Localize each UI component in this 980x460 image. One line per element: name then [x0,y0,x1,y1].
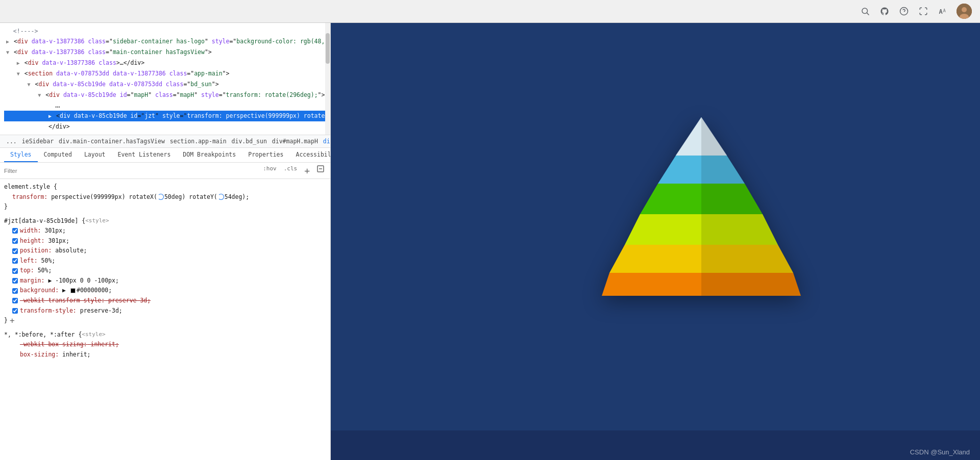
tab-layout[interactable]: Layout [78,148,112,162]
val-width: 301px; [41,226,66,236]
checkbox-top[interactable] [12,268,18,274]
html-line[interactable]: ▶ <div data-v-13877386 class>…</div> [4,58,326,68]
tab-dom-breakpoints[interactable]: DOM Breakpoints [177,148,242,162]
website-area: CSDN @Sun_Xland [331,23,980,460]
svg-point-7 [962,7,967,12]
tab-computed[interactable]: Computed [38,148,78,162]
prop-position[interactable]: position: [20,246,52,256]
checkbox-background[interactable] [12,288,18,294]
search-icon[interactable] [860,6,871,17]
avatar[interactable] [957,4,972,19]
prop-margin[interactable]: margin: [20,276,44,286]
css-rule-jzt: #jzt[data-v-85cb19de] { <style> width: 3… [0,215,330,327]
html-line[interactable]: ▼ <div data-v-85cb19de data-v-078753dd c… [4,79,326,90]
css-prop-position: position: absolute; [4,246,326,256]
tab-styles[interactable]: Styles [4,148,38,162]
add-property-button[interactable]: + [8,316,17,325]
val-webkit-box: inherit; [87,340,119,350]
checkbox-height[interactable] [12,238,18,244]
expand-icon[interactable] [918,6,929,17]
css-selector-jzt: #jzt[data-v-85cb19de] { [4,216,85,226]
prop-webkit-transform[interactable]: -webkit-transform-style: [20,296,105,306]
val-webkit-transform: preserve-3d; [105,296,151,306]
comment-text: <!----> [6,28,38,35]
tab-properties[interactable]: Properties [242,148,289,162]
tabs-bar: Styles Computed Layout Event Listeners D… [0,148,330,163]
breadcrumb-item[interactable]: div.bd_sun [230,137,269,145]
rotate-x-circle[interactable] [158,194,164,200]
add-rule-button[interactable]: + [302,165,312,176]
css-prop-webkit-box: -webkit-box-sizing: inherit; [4,340,326,350]
breadcrumb-item[interactable]: section.app-main [168,137,229,145]
breadcrumb-item[interactable]: div.main-container.hasTagsView [57,137,167,145]
breadcrumb-item[interactable]: ... [4,137,19,145]
bottom-bar: CSDN @Sun_Xland [331,430,980,460]
scrollbar-track[interactable] [325,23,330,135]
tab-accessibility[interactable]: Accessibility [289,148,331,162]
prop-box-sizing[interactable]: box-sizing: [20,350,59,360]
css-prop-transform[interactable]: transform: [12,192,47,202]
cls-button[interactable]: .cls [282,165,300,176]
color-swatch[interactable] [70,288,76,293]
rotate-y-circle[interactable] [218,194,224,200]
filter-input[interactable] [4,168,259,174]
scrollbar-thumb[interactable] [326,33,330,64]
source-tag-style[interactable]: <style> [85,216,109,226]
prop-top[interactable]: top: [20,266,34,276]
triangle-icon[interactable]: ▶ [48,113,52,119]
html-line[interactable]: ▼ <div data-v-13877386 class="main-conta… [4,47,326,58]
filter-bar: :hov .cls + [0,163,330,179]
html-tree-scroll: <!----> ▶ <div data-v-13877386 class="si… [0,25,330,133]
prop-transform-style[interactable]: transform-style: [20,306,77,316]
breadcrumb-jzt[interactable]: div#jzt [321,137,330,145]
checkbox-transform-style[interactable] [12,308,18,314]
font-size-icon[interactable]: AA [937,6,948,17]
breadcrumb-item[interactable]: div#mapH.mapH [270,137,320,145]
github-icon[interactable] [879,6,890,17]
checkbox-position[interactable] [12,248,18,254]
collapse-button[interactable] [315,165,326,176]
css-rule-element-style: element.style { transform: perspective(9… [0,181,330,213]
prop-width[interactable]: width: [20,226,41,236]
main-layout: <!----> ▶ <div data-v-13877386 class="si… [0,23,980,460]
prop-webkit-box[interactable]: -webkit-box-sizing: [20,340,87,350]
help-icon[interactable] [898,6,910,17]
html-line[interactable]: ▼ <div data-v-85cb19de id="mapH" class="… [4,90,326,100]
checkbox-width[interactable] [12,228,18,234]
val-height: 301px; [44,236,69,246]
hov-button[interactable]: :hov [261,165,279,176]
triangle-icon[interactable]: ▶ [6,39,9,44]
css-prop-transform-style: transform-style: preserve-3d; [4,306,326,316]
val-position: absolute; [52,246,87,256]
checkbox-margin[interactable] [12,278,18,284]
css-close-brace-2: } + [4,316,326,326]
prop-left[interactable]: left: [20,256,38,266]
triangle-down-icon[interactable]: ▼ [6,49,9,55]
svg-text:A: A [939,8,943,15]
triangle-down-icon[interactable]: ▼ [17,71,20,76]
svg-text:A: A [943,8,946,13]
css-property-line: transform: perspective(999999px) rotateX… [4,192,326,202]
pyramid-layers [602,117,801,296]
html-line[interactable]: ▶ <div data-v-13877386 class="sidebar-co… [4,36,326,47]
html-line[interactable]: ▼ <section data-v-078753dd data-v-138773… [4,68,326,79]
val-background: ▶ #00000000; [59,286,112,296]
val-margin: ▶ -100px 0 0 -100px; [44,276,118,286]
checkbox-left[interactable] [12,258,18,264]
css-val-transform: perspective(999999px) rotateX(50deg) rot… [47,192,249,202]
checkbox-webkit-transform[interactable] [12,298,18,303]
css-prop-width: width: 301px; [4,226,326,236]
triangle-down-icon[interactable]: ▼ [38,92,41,98]
source-tag-style-2[interactable]: <style> [82,330,105,340]
triangle-down-icon[interactable]: ▼ [28,82,31,87]
tab-event-listeners[interactable]: Event Listeners [111,148,177,162]
breadcrumb-item[interactable]: ieSidebar [20,137,56,145]
triangle-icon[interactable]: ▶ [17,60,20,66]
prop-height[interactable]: height: [20,236,44,246]
svg-marker-18 [701,117,801,296]
top-toolbar: AA [0,0,980,23]
selected-html-line[interactable]: ▶ <div data-v-85cb19de id="jzt" style="t… [4,111,326,121]
prop-background[interactable]: background: [20,286,59,296]
css-prop-top: top: 50%; [4,266,326,276]
html-line: <!----> [4,26,326,36]
